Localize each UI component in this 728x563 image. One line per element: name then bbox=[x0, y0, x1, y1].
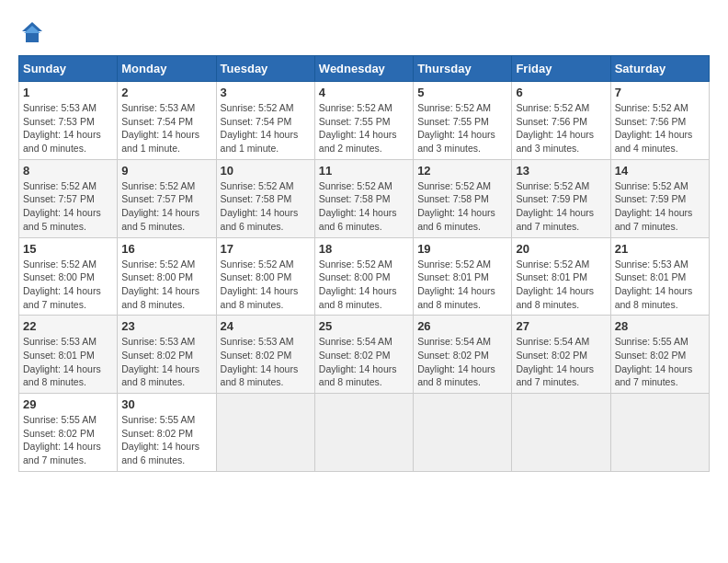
col-friday: Friday bbox=[512, 56, 610, 82]
day-info: Sunrise: 5:53 AM Sunset: 7:54 PM Dayligh… bbox=[121, 101, 211, 155]
day-info: Sunrise: 5:52 AM Sunset: 7:55 PM Dayligh… bbox=[417, 101, 507, 155]
day-info: Sunrise: 5:52 AM Sunset: 7:56 PM Dayligh… bbox=[615, 101, 705, 155]
day-cell-29: 29Sunrise: 5:55 AM Sunset: 8:02 PM Dayli… bbox=[19, 394, 118, 472]
day-info: Sunrise: 5:55 AM Sunset: 8:02 PM Dayligh… bbox=[23, 413, 113, 467]
day-cell-27: 27Sunrise: 5:54 AM Sunset: 8:02 PM Dayli… bbox=[512, 316, 610, 394]
day-number: 2 bbox=[121, 86, 211, 99]
logo-icon bbox=[18, 18, 46, 46]
day-number: 18 bbox=[319, 242, 409, 256]
day-info: Sunrise: 5:52 AM Sunset: 8:00 PM Dayligh… bbox=[319, 258, 409, 312]
day-cell-12: 12Sunrise: 5:52 AM Sunset: 7:58 PM Dayli… bbox=[414, 159, 512, 237]
day-info: Sunrise: 5:55 AM Sunset: 8:02 PM Dayligh… bbox=[615, 335, 705, 389]
day-cell-19: 19Sunrise: 5:52 AM Sunset: 8:01 PM Dayli… bbox=[414, 237, 512, 316]
day-info: Sunrise: 5:52 AM Sunset: 7:58 PM Dayligh… bbox=[417, 179, 507, 234]
empty-cell bbox=[216, 394, 314, 472]
day-number: 29 bbox=[23, 397, 113, 411]
day-info: Sunrise: 5:52 AM Sunset: 7:58 PM Dayligh… bbox=[221, 179, 311, 234]
day-number: 15 bbox=[23, 242, 113, 256]
day-info: Sunrise: 5:55 AM Sunset: 8:02 PM Dayligh… bbox=[121, 413, 211, 467]
day-cell-16: 16Sunrise: 5:52 AM Sunset: 8:00 PM Dayli… bbox=[118, 237, 216, 316]
day-cell-4: 4Sunrise: 5:52 AM Sunset: 7:55 PM Daylig… bbox=[314, 82, 413, 160]
day-number: 11 bbox=[319, 164, 409, 178]
day-cell-21: 21Sunrise: 5:53 AM Sunset: 8:01 PM Dayli… bbox=[610, 237, 709, 316]
day-info: Sunrise: 5:54 AM Sunset: 8:02 PM Dayligh… bbox=[319, 335, 409, 389]
day-info: Sunrise: 5:52 AM Sunset: 7:59 PM Dayligh… bbox=[615, 179, 705, 234]
empty-cell bbox=[314, 394, 413, 472]
day-cell-15: 15Sunrise: 5:52 AM Sunset: 8:00 PM Dayli… bbox=[19, 237, 118, 316]
day-info: Sunrise: 5:54 AM Sunset: 8:02 PM Dayligh… bbox=[417, 335, 507, 389]
day-info: Sunrise: 5:53 AM Sunset: 8:02 PM Dayligh… bbox=[121, 335, 211, 389]
day-number: 9 bbox=[121, 164, 211, 178]
day-cell-11: 11Sunrise: 5:52 AM Sunset: 7:58 PM Dayli… bbox=[314, 159, 413, 237]
day-number: 13 bbox=[516, 164, 606, 178]
empty-cell bbox=[414, 394, 512, 472]
day-number: 26 bbox=[417, 319, 507, 333]
day-info: Sunrise: 5:52 AM Sunset: 7:58 PM Dayligh… bbox=[319, 179, 409, 234]
day-number: 5 bbox=[417, 86, 507, 99]
day-cell-28: 28Sunrise: 5:55 AM Sunset: 8:02 PM Dayli… bbox=[610, 316, 709, 394]
day-info: Sunrise: 5:52 AM Sunset: 7:59 PM Dayligh… bbox=[516, 179, 606, 234]
week-row-2: 8Sunrise: 5:52 AM Sunset: 7:57 PM Daylig… bbox=[19, 159, 710, 237]
day-info: Sunrise: 5:52 AM Sunset: 8:00 PM Dayligh… bbox=[23, 258, 113, 312]
day-info: Sunrise: 5:52 AM Sunset: 8:01 PM Dayligh… bbox=[516, 258, 606, 312]
day-number: 6 bbox=[516, 86, 606, 99]
week-row-5: 29Sunrise: 5:55 AM Sunset: 8:02 PM Dayli… bbox=[19, 394, 710, 472]
day-cell-1: 1Sunrise: 5:53 AM Sunset: 7:53 PM Daylig… bbox=[19, 82, 118, 160]
header-row: Sunday Monday Tuesday Wednesday Thursday… bbox=[19, 56, 710, 82]
day-number: 30 bbox=[121, 397, 211, 411]
day-number: 8 bbox=[23, 164, 113, 178]
day-cell-14: 14Sunrise: 5:52 AM Sunset: 7:59 PM Dayli… bbox=[610, 159, 709, 237]
day-info: Sunrise: 5:53 AM Sunset: 8:01 PM Dayligh… bbox=[23, 335, 113, 389]
day-cell-22: 22Sunrise: 5:53 AM Sunset: 8:01 PM Dayli… bbox=[19, 316, 118, 394]
day-cell-18: 18Sunrise: 5:52 AM Sunset: 8:00 PM Dayli… bbox=[314, 237, 413, 316]
day-info: Sunrise: 5:52 AM Sunset: 7:57 PM Dayligh… bbox=[23, 179, 113, 234]
logo bbox=[18, 18, 50, 46]
day-cell-26: 26Sunrise: 5:54 AM Sunset: 8:02 PM Dayli… bbox=[414, 316, 512, 394]
empty-cell bbox=[610, 394, 709, 472]
day-info: Sunrise: 5:52 AM Sunset: 8:01 PM Dayligh… bbox=[417, 258, 507, 312]
day-info: Sunrise: 5:52 AM Sunset: 7:56 PM Dayligh… bbox=[516, 101, 606, 155]
day-info: Sunrise: 5:54 AM Sunset: 8:02 PM Dayligh… bbox=[516, 335, 606, 389]
calendar-table: Sunday Monday Tuesday Wednesday Thursday… bbox=[18, 55, 710, 472]
col-wednesday: Wednesday bbox=[314, 56, 413, 82]
day-cell-10: 10Sunrise: 5:52 AM Sunset: 7:58 PM Dayli… bbox=[216, 159, 314, 237]
day-info: Sunrise: 5:53 AM Sunset: 8:01 PM Dayligh… bbox=[615, 258, 705, 312]
page-header bbox=[18, 18, 710, 46]
day-number: 19 bbox=[417, 242, 507, 256]
day-number: 24 bbox=[221, 319, 311, 333]
day-cell-25: 25Sunrise: 5:54 AM Sunset: 8:02 PM Dayli… bbox=[314, 316, 413, 394]
day-info: Sunrise: 5:52 AM Sunset: 7:54 PM Dayligh… bbox=[221, 101, 311, 155]
week-row-4: 22Sunrise: 5:53 AM Sunset: 8:01 PM Dayli… bbox=[19, 316, 710, 394]
day-cell-13: 13Sunrise: 5:52 AM Sunset: 7:59 PM Dayli… bbox=[512, 159, 610, 237]
day-number: 27 bbox=[516, 319, 606, 333]
day-number: 4 bbox=[319, 86, 409, 99]
day-number: 22 bbox=[23, 319, 113, 333]
day-number: 14 bbox=[615, 164, 705, 178]
day-info: Sunrise: 5:53 AM Sunset: 8:02 PM Dayligh… bbox=[221, 335, 311, 389]
day-info: Sunrise: 5:52 AM Sunset: 7:57 PM Dayligh… bbox=[121, 179, 211, 234]
col-monday: Monday bbox=[118, 56, 216, 82]
day-number: 28 bbox=[615, 319, 705, 333]
day-info: Sunrise: 5:52 AM Sunset: 8:00 PM Dayligh… bbox=[221, 258, 311, 312]
day-cell-8: 8Sunrise: 5:52 AM Sunset: 7:57 PM Daylig… bbox=[19, 159, 118, 237]
day-cell-7: 7Sunrise: 5:52 AM Sunset: 7:56 PM Daylig… bbox=[610, 82, 709, 160]
day-cell-6: 6Sunrise: 5:52 AM Sunset: 7:56 PM Daylig… bbox=[512, 82, 610, 160]
day-info: Sunrise: 5:52 AM Sunset: 7:55 PM Dayligh… bbox=[319, 101, 409, 155]
day-number: 10 bbox=[221, 164, 311, 178]
day-number: 23 bbox=[121, 319, 211, 333]
week-row-1: 1Sunrise: 5:53 AM Sunset: 7:53 PM Daylig… bbox=[19, 82, 710, 160]
day-cell-23: 23Sunrise: 5:53 AM Sunset: 8:02 PM Dayli… bbox=[118, 316, 216, 394]
day-number: 1 bbox=[23, 86, 113, 99]
day-cell-9: 9Sunrise: 5:52 AM Sunset: 7:57 PM Daylig… bbox=[118, 159, 216, 237]
day-cell-3: 3Sunrise: 5:52 AM Sunset: 7:54 PM Daylig… bbox=[216, 82, 314, 160]
day-cell-17: 17Sunrise: 5:52 AM Sunset: 8:00 PM Dayli… bbox=[216, 237, 314, 316]
day-cell-5: 5Sunrise: 5:52 AM Sunset: 7:55 PM Daylig… bbox=[414, 82, 512, 160]
day-number: 17 bbox=[221, 242, 311, 256]
day-number: 25 bbox=[319, 319, 409, 333]
day-number: 20 bbox=[516, 242, 606, 256]
col-sunday: Sunday bbox=[19, 56, 118, 82]
week-row-3: 15Sunrise: 5:52 AM Sunset: 8:00 PM Dayli… bbox=[19, 237, 710, 316]
day-number: 3 bbox=[221, 86, 311, 99]
col-saturday: Saturday bbox=[610, 56, 709, 82]
day-info: Sunrise: 5:52 AM Sunset: 8:00 PM Dayligh… bbox=[121, 258, 211, 312]
